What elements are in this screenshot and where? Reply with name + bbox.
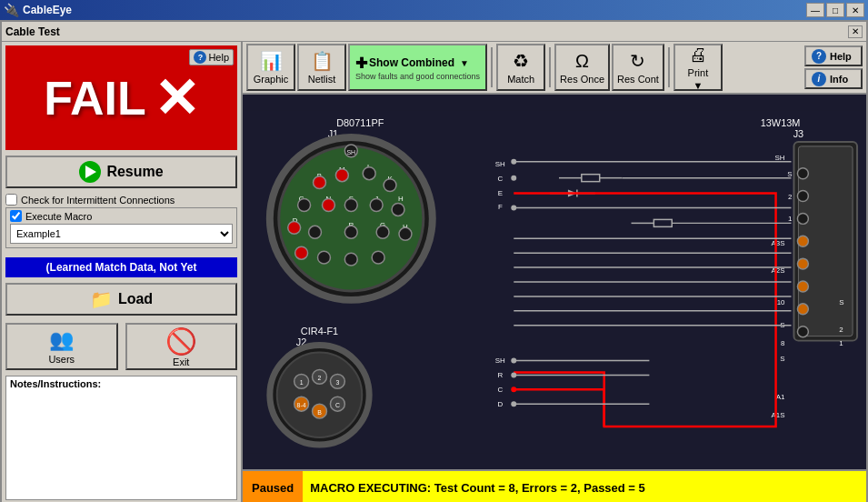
- show-combined-button[interactable]: ✚ Show Combined ▼ Show faults and good c…: [348, 44, 487, 91]
- status-bar: Paused MACRO EXECUTING: Test Count = 8, …: [243, 469, 866, 502]
- res-once-button[interactable]: Ω Res Once: [554, 44, 610, 91]
- main-layout: FAIL ✕ ? Help Resume Check for: [2, 42, 866, 502]
- svg-point-12: [384, 179, 396, 192]
- svg-point-59: [797, 213, 808, 224]
- show-combined-label: Show Combined: [369, 56, 454, 69]
- macro-status: MACRO EXECUTING: Test Count = 8, Errors …: [303, 471, 866, 502]
- svg-text:SH: SH: [346, 149, 355, 156]
- svg-point-58: [797, 191, 808, 202]
- svg-point-117: [511, 401, 516, 407]
- svg-text:D: D: [497, 400, 503, 408]
- intermittent-checkbox-row: Check for Intermittent Connections: [5, 194, 237, 206]
- connector3-name: 13W13M: [761, 117, 801, 128]
- help-circle-icon: ?: [194, 51, 206, 64]
- svg-text:1: 1: [788, 215, 793, 223]
- svg-text:C: C: [497, 386, 503, 394]
- help-button[interactable]: ? Help: [804, 45, 863, 66]
- paused-label: Paused: [252, 481, 294, 495]
- graphic-icon: 📊: [260, 50, 283, 72]
- close-button[interactable]: ✕: [846, 3, 864, 17]
- intermittent-checkbox[interactable]: [5, 194, 17, 206]
- title-bar: 🔌 CableEye — □ ✕: [0, 0, 868, 20]
- fail-indicator: FAIL ✕ ? Help: [5, 45, 237, 150]
- dropdown-arrow-icon: ▼: [460, 58, 469, 68]
- resume-button[interactable]: Resume: [5, 156, 237, 188]
- window-controls[interactable]: — □ ✕: [806, 3, 864, 17]
- no-sign-icon: 🚫: [165, 326, 197, 356]
- match-button[interactable]: ♻ Match: [496, 44, 545, 91]
- app-name-label: CableEye: [23, 4, 72, 16]
- svg-point-106: [511, 205, 516, 210]
- svg-point-14: [298, 199, 311, 212]
- connector1-name: D80711PF: [336, 117, 384, 128]
- res-once-label: Res Once: [560, 74, 604, 85]
- execute-macro-checkbox[interactable]: [10, 210, 22, 222]
- toolbar-separator-1: [491, 47, 493, 87]
- app-title: 🔌 CableEye: [4, 3, 72, 17]
- svg-text:1: 1: [300, 379, 304, 386]
- info-label: Info: [830, 74, 848, 85]
- svg-text:SH: SH: [774, 154, 784, 162]
- graphic-button[interactable]: 📊 Graphic: [246, 44, 295, 91]
- svg-point-104: [511, 159, 516, 165]
- svg-text:A1S: A1S: [772, 411, 785, 419]
- svg-text:2: 2: [788, 193, 793, 201]
- execute-macro-label: Execute Macro: [25, 211, 92, 222]
- res-cont-button[interactable]: ↻ Res Cont: [612, 44, 664, 91]
- users-exit-row: 👥 Users 🚫 Exit: [5, 323, 237, 370]
- fail-text: FAIL: [44, 71, 146, 126]
- match-icon: ♻: [513, 50, 529, 72]
- svg-point-24: [288, 221, 301, 234]
- users-button[interactable]: 👥 Users: [5, 323, 118, 370]
- svg-point-20: [370, 199, 383, 212]
- learned-match-box: (Learned Match Data, Not Yet: [5, 257, 237, 277]
- svg-point-34: [295, 246, 308, 259]
- svg-point-62: [797, 281, 808, 292]
- svg-point-42: [277, 353, 362, 437]
- main-window: Cable Test ✕ FAIL ✕ ? Help Resum: [0, 20, 868, 502]
- info-button[interactable]: i Info: [804, 68, 863, 89]
- users-label: Users: [48, 354, 75, 365]
- minimize-button[interactable]: —: [806, 3, 824, 17]
- svg-text:3: 3: [335, 379, 339, 386]
- svg-point-115: [511, 372, 516, 377]
- netlist-button[interactable]: 📋 Netlist: [297, 44, 346, 91]
- svg-point-105: [511, 176, 516, 181]
- svg-point-57: [797, 168, 808, 179]
- intermittent-label: Check for Intermittent Connections: [21, 195, 175, 206]
- match-label: Match: [507, 74, 534, 85]
- svg-point-30: [376, 226, 389, 238]
- exit-button[interactable]: 🚫 Exit: [125, 323, 238, 370]
- help-icon: ?: [812, 49, 826, 64]
- macro-label: MACRO EXECUTING: Test Count = 8, Errors …: [310, 481, 645, 495]
- svg-text:S: S: [839, 298, 843, 306]
- svg-point-64: [797, 326, 808, 337]
- window-title-bar: Cable Test ✕: [2, 22, 866, 42]
- svg-text:1: 1: [839, 339, 843, 347]
- svg-text:S: S: [787, 170, 792, 178]
- play-triangle: [85, 166, 96, 178]
- res-cont-label: Res Cont: [617, 74, 659, 85]
- diagram-area: D80711PF J1 SH B M: [243, 95, 866, 469]
- maximize-button[interactable]: □: [826, 3, 844, 17]
- svg-point-116: [511, 387, 516, 392]
- svg-point-26: [309, 226, 322, 238]
- load-label: Load: [118, 291, 153, 307]
- svg-point-32: [399, 227, 412, 240]
- svg-point-40: [372, 251, 384, 264]
- svg-text:C: C: [497, 175, 503, 183]
- learned-match-text: (Learned Match Data, Not Yet: [46, 261, 197, 274]
- toolbar: 📊 Graphic 📋 Netlist ✚ Show Combined ▼ Sh…: [243, 42, 866, 95]
- res-once-icon: Ω: [575, 51, 589, 72]
- graphic-label: Graphic: [254, 74, 289, 85]
- print-label: Print: [688, 67, 709, 78]
- load-button[interactable]: 📁 Load: [5, 283, 237, 316]
- help-badge[interactable]: ? Help: [189, 49, 234, 65]
- svg-point-38: [344, 253, 357, 266]
- svg-point-22: [392, 204, 404, 216]
- svg-text:E: E: [498, 189, 503, 197]
- svg-text:2: 2: [839, 326, 843, 334]
- print-button[interactable]: 🖨 Print ▼: [673, 44, 723, 91]
- window-close-button[interactable]: ✕: [848, 25, 863, 38]
- macro-select[interactable]: Example1: [10, 224, 233, 244]
